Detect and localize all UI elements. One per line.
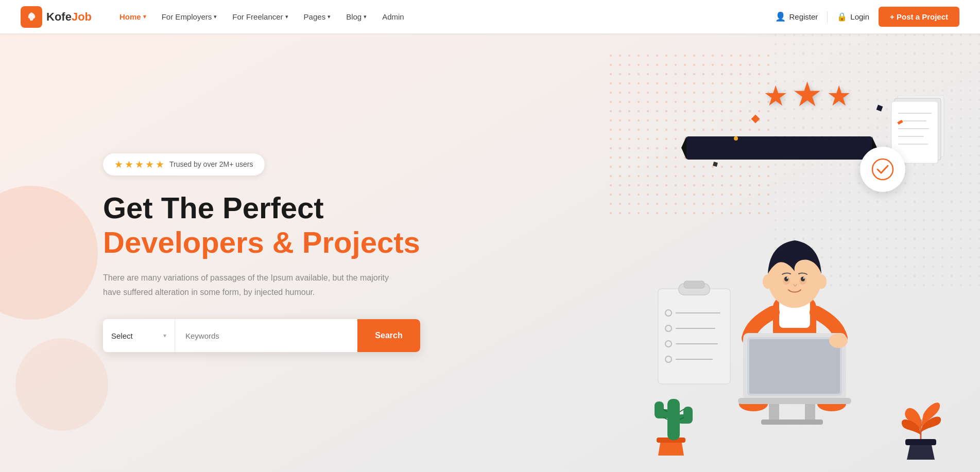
hero-big-stars: ★ ★ ★ bbox=[763, 80, 851, 114]
nav-freelancer-label: For Freelancer bbox=[232, 12, 283, 21]
login-label: Login bbox=[850, 12, 869, 21]
trust-badge: ★ ★ ★ ★ ★ Trused by over 2M+ users bbox=[103, 153, 265, 176]
decorative-blob-bottom bbox=[15, 338, 108, 431]
svg-point-0 bbox=[30, 14, 31, 15]
cactus-svg bbox=[650, 383, 697, 456]
nav-home-label: Home bbox=[119, 12, 141, 21]
trust-text: Trused by over 2M+ users bbox=[169, 160, 253, 168]
svg-rect-32 bbox=[761, 419, 823, 425]
check-badge bbox=[860, 147, 905, 192]
hero-description: There are many variations of passages of… bbox=[103, 271, 402, 300]
svg-rect-48 bbox=[749, 339, 840, 394]
svg-rect-6 bbox=[686, 136, 872, 160]
plant-svg bbox=[898, 394, 949, 461]
logo-text-part2: Job bbox=[72, 10, 92, 23]
person-illustration bbox=[702, 189, 887, 457]
confetti-piece-1 bbox=[751, 115, 760, 124]
ribbon-banner bbox=[681, 131, 877, 169]
big-star-2: ★ bbox=[792, 75, 822, 114]
search-bar: Select Developers Designers Writers Mark… bbox=[103, 319, 420, 352]
hero-illustration: ★ ★ ★ bbox=[553, 33, 954, 472]
logo-icon bbox=[21, 6, 42, 28]
hero-section: ★ ★ ★ ★ ★ Trused by over 2M+ users Get T… bbox=[0, 33, 980, 472]
svg-point-45 bbox=[816, 274, 827, 289]
search-button[interactable]: Search bbox=[357, 319, 420, 352]
chevron-down-icon: ▾ bbox=[214, 13, 217, 20]
svg-line-59 bbox=[680, 409, 684, 412]
register-label: Register bbox=[789, 12, 818, 21]
confetti-piece-2 bbox=[876, 105, 883, 112]
nav-right: 👤 Register 🔒 Login + Post a Project bbox=[775, 7, 959, 27]
nav-item-pages[interactable]: Pages ▾ bbox=[297, 8, 338, 25]
hero-content: ★ ★ ★ ★ ★ Trused by over 2M+ users Get T… bbox=[103, 123, 420, 383]
svg-point-50 bbox=[829, 334, 848, 348]
user-icon: 👤 bbox=[775, 11, 786, 22]
logo-text-part1: Kofe bbox=[46, 10, 72, 23]
plant-right-decoration bbox=[898, 394, 949, 463]
plant-left-decoration bbox=[650, 383, 697, 458]
hero-title-line1: Get The Perfect bbox=[103, 191, 420, 225]
star-1: ★ bbox=[114, 159, 123, 170]
svg-rect-61 bbox=[905, 439, 936, 445]
nav-divider bbox=[827, 11, 828, 23]
confetti-piece-3 bbox=[734, 136, 738, 141]
chevron-down-icon: ▾ bbox=[285, 13, 288, 20]
svg-point-42 bbox=[787, 277, 788, 279]
navbar: KofeJob Home ▾ For Employers ▾ For Freel… bbox=[0, 0, 980, 33]
logo-text: KofeJob bbox=[46, 10, 92, 24]
person-svg bbox=[702, 189, 887, 457]
nav-employers-label: For Employers bbox=[162, 12, 212, 21]
nav-item-admin[interactable]: Admin bbox=[375, 8, 411, 25]
star-rating: ★ ★ ★ ★ ★ bbox=[114, 159, 164, 170]
svg-point-28 bbox=[872, 159, 893, 180]
chevron-down-icon: ▾ bbox=[143, 13, 146, 20]
hero-title-line2: Developers & Projects bbox=[103, 225, 420, 260]
svg-point-1 bbox=[32, 14, 33, 15]
login-button[interactable]: 🔒 Login bbox=[837, 12, 869, 22]
post-project-button[interactable]: + Post a Project bbox=[879, 7, 959, 27]
search-select-wrapper: Select Developers Designers Writers Mark… bbox=[103, 319, 175, 352]
svg-point-43 bbox=[803, 277, 805, 279]
hero-title: Get The Perfect Developers & Projects bbox=[103, 191, 420, 259]
svg-rect-54 bbox=[655, 401, 664, 417]
ribbon-svg bbox=[681, 131, 877, 167]
nav-item-home[interactable]: Home ▾ bbox=[112, 8, 153, 25]
nav-links: Home ▾ For Employers ▾ For Freelancer ▾ … bbox=[112, 8, 775, 25]
logo-bird-icon bbox=[25, 10, 38, 24]
chevron-down-icon: ▾ bbox=[328, 13, 331, 20]
big-star-1: ★ bbox=[763, 80, 788, 114]
svg-marker-7 bbox=[681, 136, 686, 160]
nav-item-freelancer[interactable]: For Freelancer ▾ bbox=[225, 8, 295, 25]
nav-item-employers[interactable]: For Employers ▾ bbox=[154, 8, 225, 25]
svg-point-44 bbox=[763, 274, 773, 289]
nav-item-blog[interactable]: Blog ▾ bbox=[339, 8, 374, 25]
nav-pages-label: Pages bbox=[304, 12, 326, 21]
keyword-input[interactable] bbox=[175, 319, 357, 352]
logo[interactable]: KofeJob bbox=[21, 6, 92, 28]
svg-rect-19 bbox=[684, 281, 704, 288]
nav-blog-label: Blog bbox=[346, 12, 362, 21]
star-3: ★ bbox=[135, 159, 144, 170]
star-2: ★ bbox=[125, 159, 133, 170]
category-select[interactable]: Select Developers Designers Writers Mark… bbox=[111, 331, 166, 340]
svg-rect-56 bbox=[683, 407, 693, 422]
svg-rect-49 bbox=[738, 398, 851, 404]
nav-admin-label: Admin bbox=[382, 12, 404, 21]
check-icon bbox=[871, 158, 894, 181]
big-star-3: ★ bbox=[827, 80, 851, 114]
star-5: ★ bbox=[156, 159, 164, 170]
decorative-blob bbox=[0, 186, 98, 320]
register-button[interactable]: 👤 Register bbox=[775, 11, 818, 22]
star-4: ★ bbox=[145, 159, 154, 170]
lock-icon: 🔒 bbox=[837, 12, 847, 22]
chevron-down-icon: ▾ bbox=[364, 13, 367, 20]
